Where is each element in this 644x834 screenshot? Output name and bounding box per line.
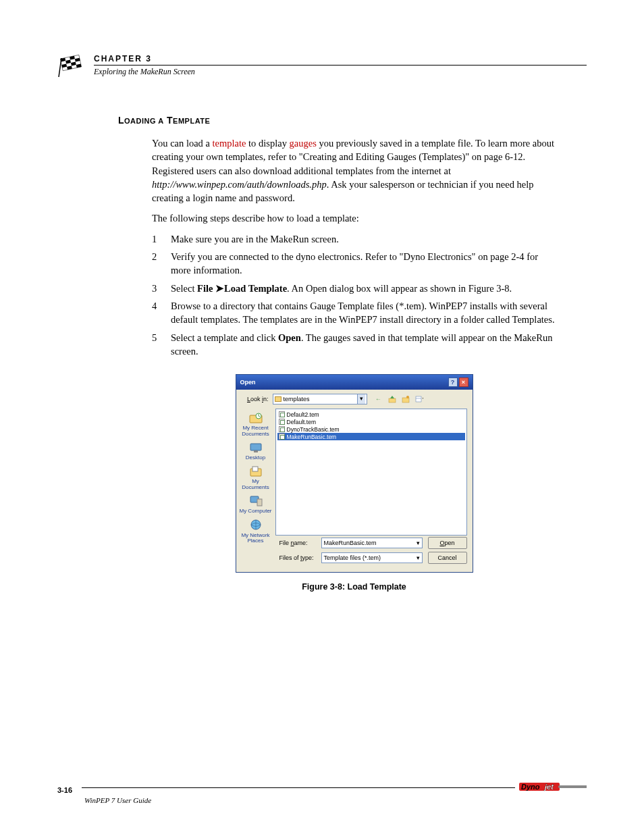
up-icon[interactable] xyxy=(387,394,397,404)
section-title: LOADING A TEMPLATE xyxy=(118,115,556,126)
download-url: http://www.winpep.com/auth/downloads.php xyxy=(152,179,327,190)
filename-label: File name: xyxy=(279,540,316,546)
help-icon[interactable]: ? xyxy=(448,377,458,387)
svg-rect-18 xyxy=(254,450,258,452)
open-dialog-figure: Open ? × Look in: templates ▾ ← xyxy=(236,374,473,592)
dialog-toolbar: Look in: templates ▾ ← xyxy=(236,390,473,409)
cancel-button[interactable]: Cancel xyxy=(428,552,467,564)
chevron-down-icon[interactable]: ▾ xyxy=(417,554,420,561)
list-item[interactable]: MakeRunBasic.tem xyxy=(277,433,465,440)
page-number: 3-16 xyxy=(57,786,78,794)
svg-text:jet: jet xyxy=(543,783,554,791)
recent-icon xyxy=(248,411,264,425)
file-icon xyxy=(279,411,285,417)
dialog-titlebar: Open ? × xyxy=(236,375,473,390)
svg-rect-20 xyxy=(252,467,258,471)
chevron-down-icon[interactable]: ▾ xyxy=(357,394,365,404)
place-recent[interactable]: My Recent Documents xyxy=(238,411,273,437)
file-icon xyxy=(279,419,285,425)
lookin-label: Look in: xyxy=(242,396,269,402)
filename-field[interactable]: MakeRunBasic.tem ▾ xyxy=(321,538,423,548)
flag-icon xyxy=(57,54,87,78)
step-1: Make sure you are in the MakeRun screen. xyxy=(152,232,556,246)
list-item[interactable]: Default2.tem xyxy=(277,411,465,418)
figure-caption: Figure 3-8: Load Template xyxy=(236,582,473,592)
file-icon xyxy=(279,434,285,440)
lookin-combo[interactable]: templates ▾ xyxy=(273,394,367,405)
places-bar: My Recent Documents Desktop My Documents xyxy=(236,409,275,536)
file-list[interactable]: Default2.tem Default.tem DynoTrackBasic.… xyxy=(275,409,467,536)
svg-text:Dyno: Dyno xyxy=(521,783,540,791)
desktop-icon xyxy=(248,441,264,454)
dialog-title: Open xyxy=(240,379,447,386)
views-icon[interactable] xyxy=(414,394,424,404)
step-4: Browse to a directory that contains Gaug… xyxy=(152,299,556,327)
close-icon[interactable]: × xyxy=(459,377,468,387)
new-folder-icon[interactable] xyxy=(401,394,410,404)
content-area: LOADING A TEMPLATE You can load a templa… xyxy=(118,115,556,602)
page-footer: 3-16 Dyno jet WinPEP 7 User Guide xyxy=(57,781,587,804)
file-icon xyxy=(279,426,285,432)
intro-lead: The following steps describe how to load… xyxy=(152,211,556,225)
filetype-label: Files of type: xyxy=(279,554,316,561)
place-network[interactable]: My Network Places xyxy=(238,519,273,544)
intro-paragraph: You can load a template to display gauge… xyxy=(152,136,556,205)
chevron-down-icon[interactable]: ▾ xyxy=(417,540,420,546)
list-item[interactable]: DynoTrackBasic.tem xyxy=(277,425,465,433)
list-item[interactable]: Default.tem xyxy=(277,418,465,425)
svg-rect-13 xyxy=(416,396,421,402)
chapter-subtitle: Exploring the MakeRun Screen xyxy=(94,67,587,77)
svg-rect-11 xyxy=(402,398,409,402)
guide-label: WinPEP 7 User Guide xyxy=(84,796,587,804)
chapter-label: CHAPTER 3 xyxy=(94,54,587,66)
brand-logo: Dyno jet xyxy=(519,781,587,793)
svg-rect-10 xyxy=(389,398,396,402)
svg-line-9 xyxy=(59,58,61,77)
svg-point-12 xyxy=(406,396,409,398)
page-header: CHAPTER 3 Exploring the MakeRun Screen xyxy=(57,54,587,78)
place-computer[interactable]: My Computer xyxy=(238,494,273,514)
documents-icon xyxy=(248,465,264,478)
gauges-link[interactable]: gauges xyxy=(290,138,317,149)
folder-icon xyxy=(275,396,281,402)
place-desktop[interactable]: Desktop xyxy=(238,441,273,461)
back-icon[interactable]: ← xyxy=(374,394,383,404)
place-documents[interactable]: My Documents xyxy=(238,465,273,490)
template-link[interactable]: template xyxy=(213,138,246,149)
steps-list: Make sure you are in the MakeRun screen.… xyxy=(152,232,556,358)
svg-rect-22 xyxy=(257,499,262,506)
step-3: Select File ➤Load Template. An Open dial… xyxy=(152,282,556,295)
filetype-combo[interactable]: Template files (*.tem) ▾ xyxy=(321,552,423,563)
open-dialog: Open ? × Look in: templates ▾ ← xyxy=(236,374,473,573)
computer-icon xyxy=(248,494,264,508)
step-5: Select a template and click Open. The ga… xyxy=(152,331,556,359)
step-2: Verify you are connected to the dyno ele… xyxy=(152,250,556,278)
svg-rect-17 xyxy=(250,444,261,450)
open-button[interactable]: Open xyxy=(428,537,467,549)
network-icon xyxy=(248,519,264,532)
